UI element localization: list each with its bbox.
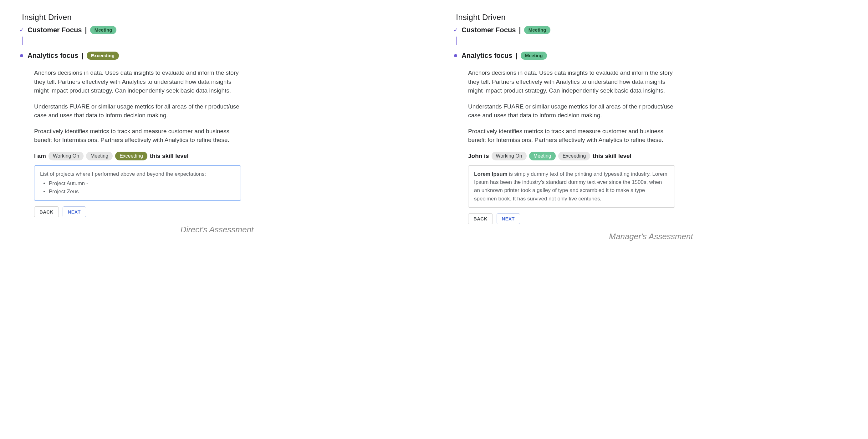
competency-description: Anchors decisions in data. Uses data ins… [34, 68, 241, 145]
checkmark-icon: ✓ [19, 27, 24, 33]
skill-suffix: this skill level [150, 153, 189, 160]
chip-working-on[interactable]: Working On [49, 151, 84, 160]
competency-row-customer-focus[interactable]: ✓ Customer Focus | Meeting [19, 26, 415, 34]
section-header: Insight Driven [456, 12, 849, 22]
competency-title: Customer Focus [462, 26, 516, 34]
section-header: Insight Driven [22, 12, 415, 22]
competency-row-analytics-focus[interactable]: Analytics focus | Exceeding [19, 52, 415, 60]
connector-line [456, 37, 457, 45]
skill-suffix: this skill level [593, 153, 631, 160]
status-badge: Meeting [90, 26, 117, 34]
competency-row-analytics-focus[interactable]: Analytics focus | Meeting [453, 52, 849, 60]
description-paragraph: Anchors decisions in data. Uses data ins… [468, 68, 675, 95]
competency-description: Anchors decisions in data. Uses data ins… [468, 68, 675, 145]
manager-assessment-panel: Insight Driven ✓ Customer Focus | Meetin… [453, 12, 849, 241]
direct-assessment-panel: Insight Driven ✓ Customer Focus | Meetin… [19, 12, 415, 241]
status-badge: Meeting [521, 52, 547, 60]
status-badge: Exceeding [87, 52, 119, 60]
competency-detail: Anchors decisions in data. Uses data ins… [456, 62, 675, 224]
competency-row-customer-focus[interactable]: ✓ Customer Focus | Meeting [453, 26, 849, 34]
competency-title: Analytics focus [462, 52, 513, 60]
panel-caption: Direct's Assessment [19, 225, 415, 235]
connector-line [22, 37, 23, 45]
description-paragraph: Understands FUARE or similar usage metri… [34, 102, 241, 120]
status-badge: Meeting [524, 26, 551, 34]
notes-list-item: Project Zeus [49, 188, 235, 196]
back-button[interactable]: BACK [468, 213, 493, 224]
chip-meeting[interactable]: Meeting [86, 151, 113, 160]
separator: | [516, 52, 518, 60]
description-paragraph: Proactively identifies metrics to track … [468, 127, 675, 145]
back-button[interactable]: BACK [34, 206, 59, 217]
description-paragraph: Understands FUARE or similar usage metri… [468, 102, 675, 120]
next-button[interactable]: NEXT [63, 206, 86, 217]
checkmark-icon: ✓ [453, 27, 458, 33]
description-paragraph: Anchors decisions in data. Uses data ins… [34, 68, 241, 95]
bullet-icon [20, 54, 23, 57]
nav-buttons: BACK NEXT [34, 206, 241, 217]
chip-meeting[interactable]: Meeting [529, 151, 556, 160]
chip-exceeding[interactable]: Exceeding [115, 151, 147, 160]
separator: | [82, 52, 84, 60]
skill-prefix: I am [34, 153, 46, 160]
bullet-icon [454, 54, 457, 57]
competency-title: Customer Focus [28, 26, 82, 34]
separator: | [85, 26, 87, 34]
skill-prefix: John is [468, 153, 489, 160]
description-paragraph: Proactively identifies metrics to track … [34, 127, 241, 145]
notes-textarea[interactable]: List of projects where I performed above… [34, 165, 241, 201]
skill-level-selector: I am Working On Meeting Exceeding this s… [34, 151, 241, 160]
nav-buttons: BACK NEXT [468, 213, 675, 224]
notes-textarea[interactable]: Lorem Ipsum is simply dummy text of the … [468, 165, 675, 208]
competency-title: Analytics focus [28, 52, 79, 60]
chip-working-on[interactable]: Working On [492, 151, 527, 160]
notes-intro: List of projects where I performed above… [40, 170, 235, 178]
next-button[interactable]: NEXT [497, 213, 520, 224]
skill-level-selector: John is Working On Meeting Exceeding thi… [468, 151, 675, 160]
notes-list-item: Project Autumn - [49, 179, 235, 188]
chip-exceeding[interactable]: Exceeding [558, 151, 590, 160]
notes-bold: Lorem Ipsum [474, 171, 507, 177]
competency-detail: Anchors decisions in data. Uses data ins… [22, 62, 241, 217]
separator: | [519, 26, 521, 34]
panel-caption: Manager's Assessment [453, 232, 849, 241]
